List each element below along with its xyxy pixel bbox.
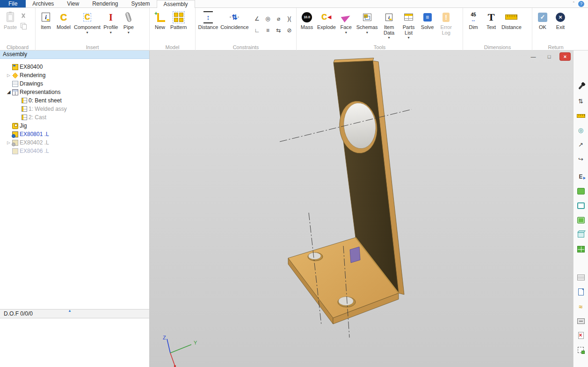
app: { "titlebar": { "collapse_glyph": "ˆ", "…: [0, 0, 588, 367]
pin-icon[interactable]: [573, 79, 588, 94]
button-label: Coincidence: [220, 25, 249, 30]
representation-icon: [22, 115, 27, 120]
item-data-icon: i: [385, 11, 392, 23]
ok-button[interactable]: ✓ OK: [534, 9, 552, 30]
model-button[interactable]: C Model: [55, 9, 73, 30]
assembly-document-icon: [12, 64, 18, 70]
expander-icon[interactable]: ◢: [6, 90, 12, 94]
assembly-tree: EX80400 ▷ Rendering Drawings ◢ Represent…: [0, 59, 149, 309]
tangent-constraint-button[interactable]: ⊘: [284, 24, 295, 36]
tree-item-representations[interactable]: ◢ Representations: [0, 88, 149, 96]
tab-label: Assembly: [164, 1, 188, 7]
ruler-icon[interactable]: [573, 108, 588, 123]
tree-item-rendering[interactable]: ▷ Rendering: [0, 71, 149, 79]
assembly-tree-panel: Assembly EX80400 ▷ Rendering Drawings ◢ …: [0, 50, 150, 367]
distance-constraint-button[interactable]: ↕ Distance: [197, 9, 219, 30]
tree-item-label: Drawings: [20, 80, 43, 87]
reverse-constraint-button[interactable]: ⇆: [273, 24, 284, 36]
item-button[interactable]: i Item: [37, 9, 55, 30]
dim-button[interactable]: 45↔ Dim: [465, 9, 482, 30]
minimize-button[interactable]: —: [528, 53, 538, 60]
concentric-constraint-button[interactable]: ◎: [262, 13, 273, 24]
angle-constraint-button[interactable]: ∠: [252, 13, 262, 24]
tree-item-ex80406[interactable]: EX80406 .L: [0, 147, 149, 155]
error-log-button[interactable]: ! Error Log: [436, 9, 456, 36]
group-label: Constraints: [196, 44, 296, 50]
tree-item-drawings[interactable]: Drawings: [0, 79, 149, 88]
hatch-section-icon[interactable]: [573, 270, 588, 285]
tree-item-rep-welded-assy[interactable]: 1: Welded assy: [0, 105, 149, 113]
diameter-constraint-button[interactable]: ⌀: [273, 13, 284, 24]
tree-item-ex80400[interactable]: EX80400: [0, 63, 149, 71]
dof-status-bar: ▴ D.O.F 0/0/0: [0, 309, 149, 318]
tree-item-ex80402[interactable]: ▷ EX80402 .L: [0, 138, 149, 147]
distance-constraint-icon: ↕: [203, 11, 213, 23]
paste-button[interactable]: Paste: [1, 9, 19, 30]
new-button[interactable]: + New: [151, 9, 169, 30]
copy-icon[interactable]: [20, 22, 27, 29]
help-icon[interactable]: ?: [578, 1, 584, 7]
tab-rendering[interactable]: Rendering: [86, 0, 124, 7]
expander-icon[interactable]: ▷: [6, 73, 12, 78]
expander-icon[interactable]: ▷: [6, 141, 12, 145]
selected-face-highlight[interactable]: [350, 247, 360, 263]
bracket-part: [288, 58, 404, 324]
chevron-down-icon: ▾: [128, 32, 130, 34]
viewport-canvas[interactable]: Z Y: [150, 50, 573, 367]
close-button[interactable]: ×: [560, 53, 570, 60]
parallel-constraint-button[interactable]: ≡: [262, 24, 273, 36]
tree-item-rep-cast[interactable]: 2: Cast: [0, 113, 149, 122]
tab-view[interactable]: View: [60, 0, 86, 7]
tree-item-jig[interactable]: Jig: [0, 122, 149, 130]
splitter-collapse-icon[interactable]: ▴: [69, 309, 71, 312]
tree-item-ex80801[interactable]: EX80801 .L: [0, 130, 149, 138]
z-axis: [167, 339, 170, 353]
text-button[interactable]: T Text: [482, 9, 500, 30]
face-button[interactable]: Face ▾: [337, 9, 355, 34]
solve-button[interactable]: ≡ Solve: [419, 9, 436, 30]
cut-icon[interactable]: [20, 13, 27, 19]
flip-direction-icon[interactable]: ⇅: [573, 94, 588, 108]
pattern-button[interactable]: Pattern: [169, 9, 188, 30]
coincidence-button[interactable]: ⇅ Coincidence: [219, 9, 250, 30]
hook-arrow-icon[interactable]: ↪: [573, 152, 588, 166]
button-label: Paste: [4, 25, 17, 30]
button-label: OK: [539, 25, 546, 30]
component-button[interactable]: C Component ▾: [73, 9, 102, 34]
maximize-button[interactable]: □: [544, 53, 554, 60]
drawer-icon[interactable]: [573, 314, 588, 328]
base-hole-bore: [308, 252, 321, 259]
fence-select-icon[interactable]: [573, 343, 588, 357]
green-cube-icon[interactable]: [573, 242, 588, 256]
profile-button[interactable]: I Profile ▾: [102, 9, 120, 34]
exit-button[interactable]: × Exit: [552, 9, 569, 30]
tab-assembly[interactable]: Assembly: [157, 0, 195, 8]
tab-archives[interactable]: Archives: [26, 0, 60, 7]
delete-document-icon[interactable]: [573, 328, 588, 343]
collapse-ribbon-icon[interactable]: ˆ: [573, 1, 574, 7]
green-face-2-icon[interactable]: [573, 213, 588, 227]
outline-face-icon[interactable]: [573, 198, 588, 213]
explode-button[interactable]: C◀ Explode: [316, 9, 337, 30]
diagonal-arrow-icon[interactable]: ↗: [573, 137, 588, 152]
tab-system[interactable]: System: [125, 0, 157, 7]
mass-button[interactable]: 10.0 Mass: [298, 9, 316, 30]
snap-circle-icon[interactable]: ◎: [573, 123, 588, 137]
spline-icon[interactable]: ≈: [573, 299, 588, 314]
cube-icon[interactable]: [573, 227, 588, 242]
ribbon-group-dimensions: 45↔ Dim T Text Distance Dimensions: [463, 8, 532, 50]
perpendicular-constraint-button[interactable]: ∟: [252, 24, 262, 36]
distance-dimension-button[interactable]: Distance: [500, 9, 523, 30]
representation-icon: [22, 106, 27, 112]
green-face-icon[interactable]: [573, 184, 588, 198]
viewport[interactable]: Z Y — □ ×: [150, 50, 573, 367]
blue-document-icon[interactable]: [573, 285, 588, 299]
symmetry-constraint-button[interactable]: )(: [284, 13, 295, 24]
schemas-button[interactable]: Schemas ▾: [355, 9, 379, 34]
parts-list-button[interactable]: Parts List ▾: [399, 9, 419, 39]
item-data-button[interactable]: i Item Data ▾: [379, 9, 399, 39]
tab-file[interactable]: File: [0, 0, 26, 7]
pipe-button[interactable]: Pipe ▾: [120, 9, 138, 34]
tree-item-rep-bent-sheet[interactable]: 0: Bent sheet: [0, 96, 149, 105]
export-element-icon[interactable]: E: [573, 169, 588, 184]
